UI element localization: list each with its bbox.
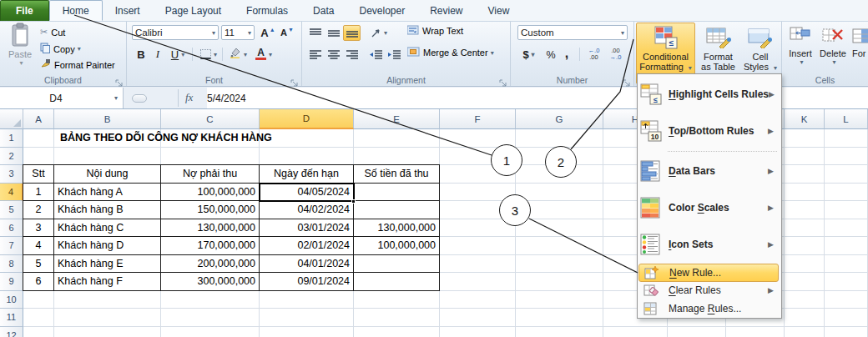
font-color-button[interactable]: A▾: [251, 47, 276, 62]
tab-file[interactable]: File: [0, 0, 49, 21]
percent-format-button[interactable]: %: [542, 47, 559, 63]
cell-D8[interactable]: 04/01/2024: [260, 255, 354, 274]
row-header-3[interactable]: 3: [0, 165, 23, 184]
select-all-button[interactable]: [0, 109, 23, 129]
fill-color-button[interactable]: ▾: [226, 47, 250, 62]
increase-indent-button[interactable]: [386, 47, 403, 63]
format-painter-button[interactable]: Format Painter: [40, 58, 115, 71]
column-header-E[interactable]: E: [354, 109, 440, 129]
column-header-C[interactable]: C: [161, 109, 260, 129]
font-dialog-launcher-icon[interactable]: [290, 76, 299, 84]
cell-B4[interactable]: Khách hàng A: [54, 184, 161, 202]
active-cell-selection[interactable]: [259, 183, 355, 202]
increase-decimal-button[interactable]: ←.0.00: [583, 46, 604, 63]
clipboard-dialog-launcher-icon[interactable]: [115, 76, 124, 84]
cell-E5[interactable]: [354, 201, 440, 219]
decrease-indent-button[interactable]: [367, 47, 385, 63]
bottom-align-button[interactable]: [343, 25, 361, 41]
name-box-dropdown-icon[interactable]: ▾: [114, 94, 118, 102]
menu-item-icon-sets[interactable]: Icon Sets▶: [638, 226, 780, 263]
font-name-select[interactable]: Calibri▾: [132, 25, 219, 40]
tab-insert[interactable]: Insert: [103, 0, 153, 21]
cell-A4[interactable]: 1: [23, 184, 54, 202]
cell-B3[interactable]: Nội dung: [54, 165, 161, 184]
cell-C6[interactable]: 130,000,000: [161, 219, 260, 238]
comma-format-button[interactable]: ,: [561, 45, 573, 61]
cell-E9[interactable]: [354, 273, 440, 291]
cell-D6[interactable]: 03/01/2024: [260, 219, 354, 238]
column-header-A[interactable]: A: [23, 109, 54, 129]
align-center-button[interactable]: [325, 47, 342, 63]
top-align-button[interactable]: [306, 25, 324, 41]
font-size-select[interactable]: 11▾: [221, 25, 255, 40]
row-header-6[interactable]: 6: [0, 219, 23, 238]
cell-C3[interactable]: Nợ phải thu: [161, 165, 260, 184]
cell-C9[interactable]: 300,000,000: [161, 273, 260, 291]
menu-item-top-bottom-rules[interactable]: 10Top/Bottom Rules▶: [638, 113, 780, 149]
cell-E7[interactable]: 100,000,000: [354, 237, 440, 255]
tab-view[interactable]: View: [476, 0, 522, 21]
cell-A9[interactable]: 6: [23, 273, 54, 291]
column-header-B[interactable]: B: [54, 109, 161, 129]
cell-A5[interactable]: 2: [23, 201, 54, 219]
cell-D7[interactable]: 02/01/2024: [260, 237, 354, 255]
row-header-8[interactable]: 8: [0, 255, 23, 274]
cell-E3[interactable]: Số tiền đã thu: [354, 165, 440, 184]
merge-center-button[interactable]: Merge & Center▾: [407, 47, 494, 58]
sheet-title-cell[interactable]: BẢNG THEO DÕI CÔNG NỢ KHÁCH HÀNG: [60, 129, 272, 147]
column-header-F[interactable]: F: [440, 109, 516, 129]
menu-item-color-scales[interactable]: Color Scales▶: [638, 189, 780, 226]
row-header-7[interactable]: 7: [0, 237, 23, 255]
cell-A8[interactable]: 5: [23, 255, 54, 274]
tab-review[interactable]: Review: [417, 0, 475, 21]
cell-E6[interactable]: 130,000,000: [354, 219, 440, 238]
bold-button[interactable]: B: [134, 47, 149, 62]
middle-align-button[interactable]: [325, 25, 342, 41]
underline-button[interactable]: U▾: [167, 47, 189, 62]
menu-item-data-bars[interactable]: Data Bars▶: [638, 153, 780, 189]
grow-font-button[interactable]: A▲: [259, 25, 277, 40]
column-header-L[interactable]: L: [825, 109, 868, 129]
paste-dropdown-icon[interactable]: ▾: [19, 59, 23, 67]
row-header-1[interactable]: 1: [0, 129, 23, 148]
tab-data[interactable]: Data: [300, 0, 346, 21]
cell-D3[interactable]: Ngày đến hạn: [260, 165, 354, 184]
name-box[interactable]: D4 ▾: [0, 88, 124, 108]
cell-E8[interactable]: [354, 255, 440, 274]
cell-C7[interactable]: 170,000,000: [161, 237, 260, 255]
row-header-5[interactable]: 5: [0, 201, 23, 219]
cell-D5[interactable]: 04/02/2024: [260, 201, 354, 219]
orientation-button[interactable]: ▾: [367, 25, 391, 41]
row-header-10[interactable]: 10: [0, 291, 23, 309]
format-cells-button[interactable]: For: [852, 23, 868, 58]
cell-B7[interactable]: Khách hàng D: [54, 237, 161, 255]
copy-button[interactable]: Copy▾: [40, 43, 81, 55]
italic-button[interactable]: I: [150, 47, 165, 62]
cell-E4[interactable]: [354, 184, 440, 202]
cell-B6[interactable]: Khách hàng C: [54, 219, 161, 238]
column-header-G[interactable]: G: [516, 109, 603, 129]
menu-item-new-rule[interactable]: New Rule...: [638, 264, 779, 282]
fill-handle[interactable]: [351, 199, 356, 204]
menu-item-manage-rules[interactable]: Manage Rules...: [638, 299, 780, 318]
cell-D9[interactable]: 09/01/2024: [260, 273, 354, 291]
borders-button[interactable]: ▾: [197, 47, 220, 62]
cell-A3[interactable]: Stt: [23, 165, 54, 184]
tab-home[interactable]: Home: [49, 0, 103, 21]
tab-developer[interactable]: Developer: [346, 0, 417, 21]
alignment-dialog-launcher-icon[interactable]: [499, 76, 507, 84]
shrink-font-button[interactable]: A▼: [278, 25, 296, 40]
menu-item-highlight-cells-rules[interactable]: ≤Highlight Cells Rules▶: [638, 76, 780, 113]
decrease-decimal-button[interactable]: .00→.0: [605, 46, 626, 63]
tab-formulas[interactable]: Formulas: [234, 0, 300, 21]
row-header-4[interactable]: 4: [0, 184, 23, 202]
cell-C5[interactable]: 150,000,000: [161, 201, 260, 219]
row-header-12[interactable]: 12: [0, 327, 23, 337]
paste-button[interactable]: Paste ▾: [5, 23, 35, 67]
column-header-D[interactable]: D: [260, 109, 354, 129]
cell-C4[interactable]: 100,000,000: [161, 184, 260, 202]
cell-A6[interactable]: 3: [23, 219, 54, 238]
column-header-K[interactable]: K: [785, 109, 825, 129]
wrap-text-button[interactable]: Wrap Text: [407, 25, 463, 37]
cell-B5[interactable]: Khách hàng B: [54, 201, 161, 219]
